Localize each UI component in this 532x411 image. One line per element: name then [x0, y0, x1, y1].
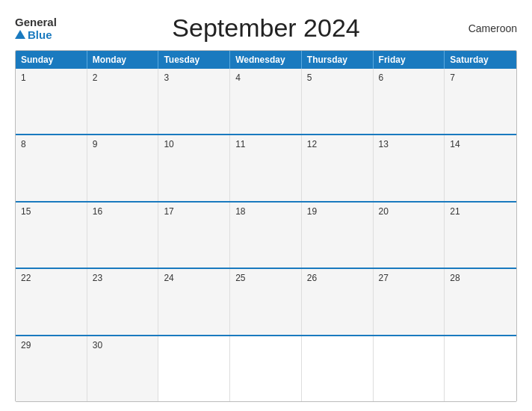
- logo-blue-text: Blue: [15, 28, 52, 41]
- calendar-week-5: 2930: [16, 335, 516, 401]
- calendar-cell: [158, 336, 230, 401]
- day-number: 26: [307, 273, 368, 283]
- day-number: 12: [307, 139, 368, 149]
- header-thursday: Thursday: [302, 51, 374, 69]
- day-number: 22: [21, 273, 81, 283]
- calendar-cell: 28: [445, 269, 516, 334]
- logo: General Blue: [15, 16, 82, 41]
- day-number: 15: [21, 206, 81, 217]
- day-number: 21: [450, 206, 511, 217]
- day-number: 25: [235, 273, 296, 283]
- day-number: 7: [450, 72, 511, 83]
- calendar-cell: 9: [87, 135, 159, 200]
- calendar: Sunday Monday Tuesday Wednesday Thursday…: [15, 50, 517, 402]
- calendar-body: 1234567891011121314151617181920212223242…: [16, 69, 516, 401]
- header-tuesday: Tuesday: [158, 51, 230, 69]
- day-number: 28: [450, 273, 511, 283]
- calendar-cell: 25: [230, 269, 302, 334]
- calendar-cell: 15: [16, 203, 87, 268]
- calendar-title: September 2024: [82, 13, 450, 43]
- day-number: 30: [93, 340, 153, 350]
- calendar-cell: 14: [445, 135, 516, 200]
- header-sunday: Sunday: [16, 51, 87, 69]
- calendar-cell: [230, 336, 302, 401]
- day-number: 27: [379, 273, 439, 283]
- day-number: 13: [379, 139, 439, 149]
- day-number: 1: [21, 72, 81, 83]
- calendar-cell: 24: [158, 269, 230, 334]
- calendar-cell: 30: [87, 336, 159, 401]
- day-number: 9: [93, 139, 153, 149]
- header: General Blue September 2024 Cameroon: [15, 13, 517, 43]
- header-saturday: Saturday: [445, 51, 516, 69]
- day-number: 16: [93, 206, 153, 217]
- day-number: 19: [307, 206, 368, 217]
- calendar-cell: 22: [16, 269, 87, 334]
- header-monday: Monday: [87, 51, 159, 69]
- calendar-cell: 18: [230, 203, 302, 268]
- calendar-cell: 11: [230, 135, 302, 200]
- calendar-cell: 4: [230, 69, 302, 134]
- calendar-week-1: 1234567: [16, 69, 516, 134]
- calendar-cell: 21: [445, 203, 516, 268]
- calendar-week-4: 22232425262728: [16, 268, 516, 334]
- calendar-header-row: Sunday Monday Tuesday Wednesday Thursday…: [16, 51, 516, 69]
- day-number: 2: [93, 72, 153, 83]
- calendar-cell: 10: [158, 135, 230, 200]
- calendar-cell: 3: [158, 69, 230, 134]
- day-number: 20: [379, 206, 439, 217]
- logo-triangle-icon: [15, 30, 25, 39]
- calendar-cell: 27: [374, 269, 445, 334]
- calendar-cell: 2: [87, 69, 159, 134]
- day-number: 8: [21, 139, 81, 149]
- day-number: 24: [164, 273, 224, 283]
- day-number: 17: [164, 206, 224, 217]
- day-number: 3: [164, 72, 224, 83]
- day-number: 5: [307, 72, 368, 83]
- day-number: 4: [235, 72, 296, 83]
- day-number: 14: [450, 139, 511, 149]
- calendar-cell: [374, 336, 445, 401]
- day-number: 18: [235, 206, 296, 217]
- logo-general-text: General: [15, 16, 57, 28]
- calendar-cell: [445, 336, 516, 401]
- header-friday: Friday: [374, 51, 445, 69]
- calendar-cell: 6: [374, 69, 445, 134]
- calendar-cell: 12: [302, 135, 374, 200]
- calendar-cell: 20: [374, 203, 445, 268]
- calendar-cell: 7: [445, 69, 516, 134]
- calendar-cell: 26: [302, 269, 374, 334]
- calendar-cell: 1: [16, 69, 87, 134]
- header-wednesday: Wednesday: [230, 51, 302, 69]
- calendar-cell: 13: [374, 135, 445, 200]
- calendar-cell: 17: [158, 203, 230, 268]
- calendar-cell: 8: [16, 135, 87, 200]
- calendar-cell: 5: [302, 69, 374, 134]
- day-number: 10: [164, 139, 224, 149]
- day-number: 6: [379, 72, 439, 83]
- calendar-week-2: 891011121314: [16, 134, 516, 200]
- calendar-cell: 29: [16, 336, 87, 401]
- day-number: 23: [93, 273, 153, 283]
- day-number: 11: [235, 139, 296, 149]
- page: General Blue September 2024 Cameroon Sun…: [0, 0, 532, 411]
- calendar-cell: [302, 336, 374, 401]
- calendar-cell: 16: [87, 203, 159, 268]
- calendar-week-3: 15161718192021: [16, 201, 516, 268]
- day-number: 29: [21, 340, 81, 350]
- country-label: Cameroon: [450, 22, 517, 34]
- calendar-cell: 23: [87, 269, 159, 334]
- calendar-cell: 19: [302, 203, 374, 268]
